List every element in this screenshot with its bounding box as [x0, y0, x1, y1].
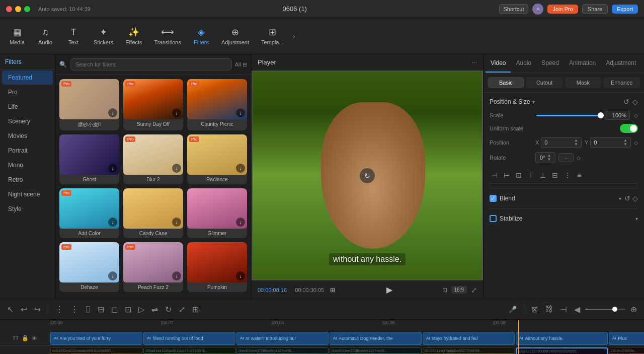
close-button[interactable]: [6, 6, 12, 12]
shortcut-button[interactable]: Shortcut: [499, 4, 529, 14]
rot-down[interactable]: ▼: [547, 158, 551, 162]
video-clip-7[interactable]: 22b9bd53699a...: [609, 347, 644, 354]
tab-animation[interactable]: Animation: [564, 54, 601, 73]
stabilize-checkbox[interactable]: [490, 215, 497, 222]
align-h-distribute-icon[interactable]: ⋮: [562, 169, 573, 181]
maximize-button[interactable]: [24, 6, 30, 12]
player-menu-icon[interactable]: ···: [472, 59, 477, 66]
align-center-h-icon[interactable]: ⊢: [502, 169, 512, 181]
split-button[interactable]: ⋮: [53, 303, 65, 316]
align-right-icon[interactable]: ⊡: [514, 169, 524, 181]
filter-radiance[interactable]: Pro ↓ Radiance: [187, 134, 247, 184]
video-clip-6[interactable]: 1accaee22d80d09f149090933cfd353...: [516, 347, 608, 354]
text-clip-7[interactable]: Aᵻ Plus: [609, 332, 644, 345]
blend-checkbox[interactable]: ✓: [490, 195, 497, 202]
filter-all-button[interactable]: All ⊟: [235, 61, 247, 68]
reset-icon[interactable]: ↺: [623, 98, 629, 106]
tab-adjustment[interactable]: Adjustment: [601, 54, 641, 73]
add-button[interactable]: ⊕: [628, 303, 639, 316]
filter-mosaic[interactable]: Pro ↓ 磨砂小麦II: [59, 79, 119, 130]
mic-button[interactable]: 🎤: [507, 304, 519, 315]
cat-life[interactable]: Life: [2, 100, 53, 114]
filter-blur2[interactable]: Pro ↓ Blur 2: [123, 134, 183, 184]
zoom-thumb[interactable]: [612, 307, 617, 312]
freeze-button[interactable]: ▷: [136, 303, 146, 316]
subtab-cutout[interactable]: Cutout: [526, 77, 563, 88]
tab-video[interactable]: Video: [486, 54, 511, 73]
align-center-v-icon[interactable]: ⊥: [538, 169, 548, 181]
share-button[interactable]: Share: [582, 4, 608, 14]
rotate-flip-btn[interactable]: -: [558, 153, 574, 162]
undo-button[interactable]: ↩: [19, 303, 29, 316]
blend-expand-icon[interactable]: ▾: [619, 196, 621, 201]
text-clip-6[interactable]: Aᵻ without any hassle.: [516, 332, 608, 345]
filter-search-input[interactable]: [70, 58, 232, 70]
position-keyframe-btn[interactable]: ◇: [634, 140, 638, 146]
download-icon[interactable]: ↓: [172, 218, 181, 227]
text-clip-5[interactable]: Aᵻ stays hydrated and fed: [423, 332, 515, 345]
align-left-icon[interactable]: ⊣: [490, 169, 500, 181]
tool-transitions[interactable]: ⟷ Transitions: [149, 24, 186, 48]
subtab-basic[interactable]: Basic: [488, 77, 524, 88]
fullscreen-icon[interactable]: ⤢: [471, 286, 477, 294]
delete-button[interactable]: ⊟: [96, 303, 106, 316]
align-bottom-icon[interactable]: ⊟: [550, 169, 560, 181]
play-button[interactable]: ▶: [384, 284, 394, 296]
download-icon[interactable]: ↓: [236, 218, 245, 227]
video-clip-4[interactable]: 0bed60dfee372ff8aefe41d29ee36...: [330, 347, 422, 354]
minimize-button[interactable]: [15, 6, 21, 12]
redo-button[interactable]: ↪: [32, 303, 43, 316]
more-tools-button[interactable]: ⊞: [190, 303, 201, 316]
cat-mono[interactable]: Mono: [2, 158, 53, 172]
lock-icon[interactable]: 🔒: [22, 335, 29, 341]
scale-thumb[interactable]: [598, 112, 604, 118]
filter-ghost[interactable]: ↓ Ghost: [59, 134, 119, 184]
filter-dehaze[interactable]: Pro ↓ Dehaze: [59, 242, 119, 292]
cat-retro[interactable]: Retro: [2, 173, 53, 187]
uniform-scale-toggle[interactable]: [620, 124, 638, 133]
cat-night[interactable]: Night scene: [2, 187, 53, 201]
rotate-keyframe-btn[interactable]: ◇: [577, 155, 581, 161]
filter-country[interactable]: Pro ↓ Country Picnic: [187, 79, 247, 130]
blend-keyframe-icon[interactable]: ◇: [632, 194, 638, 202]
export-button[interactable]: Export: [612, 5, 638, 14]
resize-button[interactable]: ⤢: [177, 303, 187, 316]
cat-style[interactable]: Style: [2, 202, 53, 216]
align-top-icon[interactable]: ⊤: [526, 169, 536, 181]
video-clip-5[interactable]: 54056011e0f7a8b3b494270f49098...: [423, 347, 515, 354]
select-tool-button[interactable]: ↖: [5, 303, 16, 316]
filter-glimmer[interactable]: ↓ Glimmer: [187, 188, 247, 238]
crop-button[interactable]: ⊡: [123, 303, 133, 316]
right-tab-more[interactable]: ›: [641, 54, 644, 73]
video-clip-3[interactable]: 0bed60dfee372ff8aefe41d29ee36...: [236, 347, 329, 354]
cat-movies[interactable]: Movies: [2, 129, 53, 143]
filter-candy[interactable]: ↓ Candy Cane: [123, 188, 183, 238]
tool-effects[interactable]: ✨ Effects: [120, 24, 147, 48]
scale-keyframe-btn[interactable]: ◇: [634, 113, 638, 118]
join-pro-button[interactable]: Join Pro: [547, 5, 578, 14]
cat-portrait[interactable]: Portrait: [2, 144, 53, 158]
download-icon[interactable]: ↓: [108, 164, 117, 173]
filter-pumpkin[interactable]: ↓ Pumpkin: [187, 242, 247, 292]
text-clip-1[interactable]: Aᵻ Are you tired of your furry: [50, 332, 142, 345]
trim-button[interactable]: ⌷: [84, 303, 93, 316]
tool-media[interactable]: ▦ Media: [4, 24, 30, 48]
blend-reset-icon[interactable]: ↺: [624, 194, 630, 202]
flip-button[interactable]: ⇌: [149, 303, 160, 316]
text-clip-2[interactable]: Aᵻ friend running out of food: [143, 332, 235, 345]
position-x-value[interactable]: 0 ▲ ▼: [541, 137, 582, 148]
tool-adjustment[interactable]: ⊕ Adjustment: [216, 24, 254, 48]
filter-addcolor[interactable]: Pro ↓ Add Color: [59, 188, 119, 238]
detach-audio-button[interactable]: ⊠: [529, 303, 540, 316]
rotate-button[interactable]: ↻: [163, 303, 174, 316]
filter-peach[interactable]: Pro ↓ Peach Fuzz 2: [123, 242, 183, 292]
subtab-mask[interactable]: Mask: [565, 77, 602, 88]
rotate-handle[interactable]: ↻: [360, 168, 375, 183]
cat-pro[interactable]: Pro: [2, 85, 53, 99]
tab-audio[interactable]: Audio: [511, 54, 536, 73]
download-icon[interactable]: ↓: [236, 164, 245, 173]
expand-icon[interactable]: ▾: [532, 99, 535, 105]
aspect-ratio-badge[interactable]: 16:9: [451, 286, 467, 294]
split2-button[interactable]: ⋮: [68, 303, 80, 316]
tab-speed[interactable]: Speed: [536, 54, 564, 73]
